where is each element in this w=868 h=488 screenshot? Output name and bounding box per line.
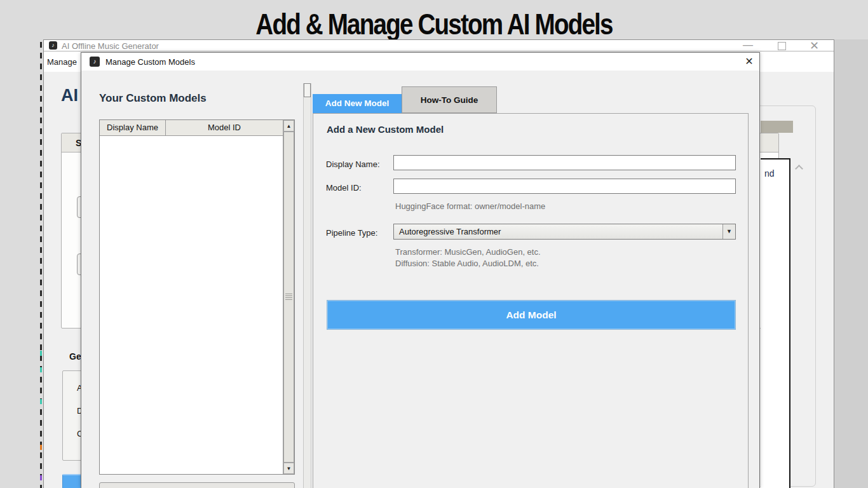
maximize-button[interactable] [778,42,786,50]
manage-custom-models-dialog: ♪ Manage Custom Models ✕ Your Custom Mod… [81,52,760,488]
custom-models-table: Display Name Model ID ▲ ▼ [99,119,295,475]
pipeline-hint-diffusion: Diffusion: Stable Audio, AudioLDM, etc. [395,259,539,268]
your-custom-models-heading: Your Custom Models [99,92,207,105]
desktop-artifact-tick [40,445,42,450]
dialog-close-button[interactable]: ✕ [741,54,757,69]
progress-bar-fragment [761,121,793,133]
column-header-display-name[interactable]: Display Name [100,120,166,136]
chevron-down-icon[interactable]: ▼ [722,224,735,239]
display-name-input[interactable] [393,155,736,170]
add-model-button[interactable]: Add Model [327,300,736,330]
tab-how-to-guide[interactable]: How-To Guide [402,86,497,113]
model-id-hint: HuggingFace format: owner/model-name [395,201,545,211]
desktop-artifact-line [40,42,42,488]
pipeline-type-label: Pipeline Type: [326,228,377,238]
banner: Add & Manage Custom AI Models [0,0,868,39]
form-heading: Add a New Custom Model [327,124,444,135]
dialog-titlebar: ♪ Manage Custom Models ✕ [81,53,759,71]
close-button[interactable]: ✕ [810,39,819,53]
table-action-button-fragment[interactable] [99,482,295,488]
app-icon: ♪ [49,41,57,50]
dialog-icon: ♪ [90,57,100,67]
menu-item-manage[interactable]: Manage [47,57,77,67]
column-header-model-id[interactable]: Model ID [166,120,283,136]
desktop-artifact-tick [40,367,42,372]
generate-button-fragment[interactable] [62,474,82,488]
model-id-input[interactable] [393,179,736,194]
desktop-background [834,39,868,488]
app-window-title: AI Offline Music Generator [62,41,159,51]
scrollbar-grip [285,294,292,301]
display-name-label: Display Name: [326,159,380,169]
app-titlebar: ♪ AI Offline Music Generator [44,40,834,51]
table-scrollbar-thumb[interactable] [283,132,294,463]
scroll-down-icon[interactable]: ▼ [283,463,294,474]
log-panel-fragment: nd [761,158,790,488]
tab-add-new-model[interactable]: Add New Model [313,94,402,113]
pipeline-hint-transformer: Transformer: MusicGen, AudioGen, etc. [395,247,541,257]
desktop-artifact-tick [40,399,42,404]
pipeline-type-selected-value: Autoregressive Transformer [399,224,501,240]
dialog-title: Manage Custom Models [105,57,195,67]
minimize-button[interactable]: — [743,39,753,51]
pipeline-type-select[interactable]: Autoregressive Transformer ▼ [393,224,736,240]
page-title: Add & Manage Custom AI Models [35,0,834,41]
dialog-scrollbar[interactable] [303,83,311,488]
add-model-form-panel: Add a New Custom Model Display Name: Mod… [313,113,749,488]
scroll-up-icon[interactable]: ▲ [283,120,294,132]
model-id-label: Model ID: [326,183,362,193]
dialog-scrollbar-thumb[interactable] [304,83,311,97]
desktop-artifact-tick [40,351,42,356]
log-text-fragment: nd [764,168,775,179]
table-scrollbar[interactable]: ▲ ▼ [283,120,294,474]
app-heading-fragment: AI [61,86,78,105]
desktop-artifact-tick [40,475,42,480]
